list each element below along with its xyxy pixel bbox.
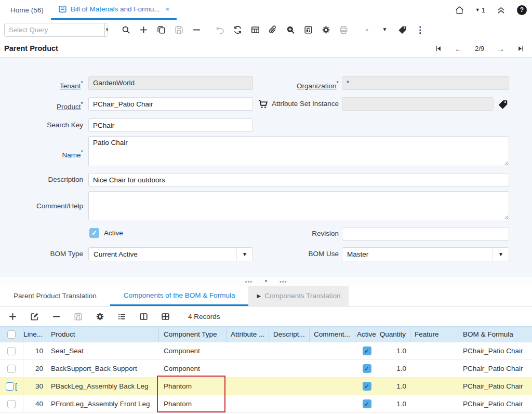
product-label[interactable]: Product*: [0, 97, 83, 114]
revision-field[interactable]: [342, 227, 509, 241]
bom-type-value: Current Active: [89, 248, 236, 261]
bom-use-value: Master: [342, 248, 493, 261]
record-zoom-icon[interactable]: [285, 24, 296, 35]
search-icon[interactable]: [121, 24, 131, 35]
col-bom-formula[interactable]: BOM & Formula: [458, 327, 532, 342]
row-edit-indicator-icon: [: [15, 382, 17, 391]
col-attribute[interactable]: Attribute ...: [227, 327, 269, 342]
tab-bill-of-materials[interactable]: Bill of Materials and Formu... ×: [51, 0, 177, 20]
col-active[interactable]: Active: [355, 327, 378, 342]
first-record-icon[interactable]: [434, 45, 442, 52]
cell-quantity: 1.0: [378, 360, 410, 377]
select-all-cell: [0, 327, 23, 342]
attribute-tag-icon[interactable]: [497, 99, 509, 110]
bom-use-dropdown-button[interactable]: ▼: [493, 248, 509, 261]
report-icon[interactable]: [303, 24, 314, 35]
more-options-icon[interactable]: ⋮: [415, 24, 425, 35]
active-checkbox[interactable]: ✓: [89, 228, 99, 238]
row-checkbox[interactable]: [7, 365, 16, 373]
select-query-dropdown-button[interactable]: ▼: [104, 23, 108, 36]
organization-label[interactable]: Organization*: [218, 76, 339, 93]
delete-record-icon[interactable]: [191, 24, 202, 35]
col-comment[interactable]: Comment...: [310, 327, 355, 342]
splitter-grip-right[interactable]: •••: [280, 279, 287, 284]
cell-active: ✓: [355, 360, 378, 377]
grid-edit-icon[interactable]: [29, 311, 40, 322]
cell-attribute: [227, 360, 269, 377]
tab-components-of-bom[interactable]: Components of the BOM & Formula: [110, 286, 249, 306]
grid-delete-icon[interactable]: [51, 311, 62, 322]
cell-description: [269, 360, 310, 377]
col-quantity[interactable]: Quantity: [378, 327, 410, 342]
row-checkbox[interactable]: [7, 400, 16, 408]
tab-components-translation[interactable]: ▶ Components Translation: [248, 286, 349, 306]
name-field[interactable]: Patio Chair: [88, 136, 509, 166]
cell-comment: [310, 395, 355, 412]
table-row[interactable]: 20 BackSupport_Back Support Component ✓ …: [0, 360, 532, 378]
col-description[interactable]: Descript...: [269, 327, 310, 342]
record-header: Parent Product ← 2/9 →: [0, 39, 532, 58]
more-vert-glyph: ⋮: [416, 24, 424, 35]
col-product[interactable]: Product: [48, 327, 159, 342]
cell-description: [269, 342, 310, 359]
splitter-collapse-icon[interactable]: ▼: [264, 279, 268, 284]
table-row[interactable]: 10 Seat_Seat Component ✓ 1.0 PChair_Pati…: [0, 342, 532, 360]
previous-record-icon[interactable]: ←: [455, 44, 462, 53]
grid-panel-layout-icon[interactable]: [138, 311, 149, 322]
tab-label: Components of the BOM & Formula: [124, 291, 235, 299]
cell-component-type: Phantom: [159, 395, 227, 412]
cell-attribute: [227, 342, 269, 359]
last-record-icon[interactable]: [517, 45, 525, 52]
row-checkbox[interactable]: [7, 347, 16, 355]
undo-icon: [215, 24, 225, 35]
copy-record-icon[interactable]: [156, 24, 167, 35]
table-row-selected[interactable]: [ 30 PBackLeg_Assembly Back Leg Phantom …: [0, 378, 532, 395]
bom-use-select[interactable]: Master ▼: [342, 247, 509, 261]
description-field[interactable]: [88, 173, 509, 186]
cell-line: 30: [23, 378, 48, 395]
grid-new-icon[interactable]: [7, 311, 18, 322]
home-icon[interactable]: [454, 5, 465, 16]
record-count: 4 Records: [188, 313, 220, 320]
new-record-icon[interactable]: [138, 24, 149, 35]
cell-product: PFrontLeg_Assembly Front Leg: [48, 395, 159, 412]
table-row[interactable]: 40 PFrontLeg_Assembly Front Leg Phantom …: [0, 395, 532, 413]
revision-label: Revision: [218, 227, 339, 241]
process-gear-icon[interactable]: [321, 24, 331, 35]
caret-down-icon: ▼: [475, 7, 480, 12]
select-all-checkbox[interactable]: [7, 330, 16, 339]
next-record-icon[interactable]: →: [497, 44, 504, 53]
collapse-all-icon[interactable]: [496, 5, 507, 16]
tab-home[interactable]: Home (56): [3, 0, 51, 20]
row-checkbox[interactable]: [6, 382, 14, 391]
grid-process-gear-icon[interactable]: [95, 311, 105, 322]
cell-active: ✓: [355, 395, 378, 412]
refresh-icon[interactable]: [232, 24, 243, 35]
select-query-input[interactable]: [5, 23, 104, 36]
tab-label: Components Translation: [264, 292, 340, 300]
cell-attribute: [227, 378, 269, 395]
col-feature[interactable]: Feature: [410, 327, 458, 342]
col-line[interactable]: Line...: [23, 327, 48, 342]
splitter-grip-left[interactable]: •••: [245, 279, 252, 284]
tenant-label[interactable]: Tenant*: [0, 76, 83, 93]
grid-table-view-icon[interactable]: [160, 311, 171, 322]
scroll-down-icon[interactable]: ▼: [379, 24, 390, 35]
caret-down-icon: ▼: [498, 251, 503, 257]
window-number-selector[interactable]: ▼ 1: [475, 6, 485, 14]
caret-up-glyph: ▲: [365, 27, 370, 32]
comment-help-field[interactable]: [88, 191, 509, 220]
grid-customize-icon[interactable]: [116, 311, 127, 322]
search-key-field[interactable]: [88, 118, 253, 132]
col-component-type[interactable]: Component Type: [159, 327, 227, 342]
label-tag-icon[interactable]: [397, 24, 408, 35]
active-check-icon: ✓: [363, 399, 371, 408]
attachment-icon[interactable]: [268, 24, 278, 35]
toggle-grid-view-icon[interactable]: [250, 24, 261, 35]
tab-close-icon[interactable]: ×: [166, 5, 170, 13]
record-position: 2/9: [475, 45, 484, 52]
tab-parent-product-translation[interactable]: Parent Product Translation: [0, 286, 110, 306]
tab-bom-label: Bill of Materials and Formu...: [71, 5, 160, 13]
help-icon[interactable]: ?: [517, 5, 527, 15]
active-label: Active: [104, 229, 123, 237]
